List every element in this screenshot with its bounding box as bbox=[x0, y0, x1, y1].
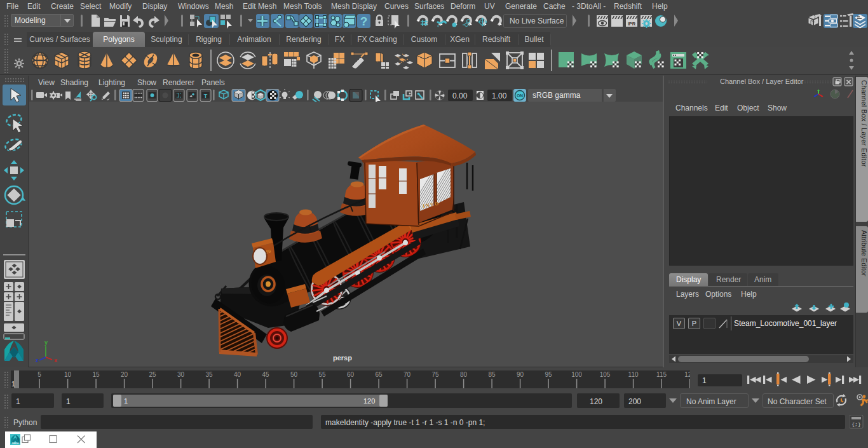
svg-text:T: T bbox=[204, 93, 208, 99]
svg-text:85: 85 bbox=[489, 371, 496, 378]
svg-text:35: 35 bbox=[206, 371, 214, 378]
svg-text:5: 5 bbox=[37, 371, 41, 378]
svg-text:100: 100 bbox=[571, 371, 582, 378]
svg-text:{;}: {;} bbox=[851, 421, 860, 427]
svg-text:ON: ON bbox=[517, 93, 523, 98]
svg-text:50: 50 bbox=[290, 371, 298, 378]
svg-text:40: 40 bbox=[234, 371, 241, 378]
svg-text:25: 25 bbox=[149, 371, 157, 378]
svg-text:1: 1 bbox=[11, 381, 15, 388]
svg-text:30: 30 bbox=[177, 371, 185, 378]
svg-text:65: 65 bbox=[376, 371, 383, 378]
svg-text:90: 90 bbox=[517, 371, 524, 378]
svg-text:IPR: IPR bbox=[628, 21, 636, 27]
svg-text:120: 120 bbox=[684, 371, 690, 378]
svg-text:60: 60 bbox=[347, 371, 355, 378]
svg-text:95: 95 bbox=[545, 371, 553, 378]
svg-text:15: 15 bbox=[93, 371, 100, 378]
svg-text:70: 70 bbox=[403, 371, 411, 378]
svg-text:75: 75 bbox=[432, 371, 440, 378]
svg-text:110: 110 bbox=[628, 371, 639, 378]
svg-text:45: 45 bbox=[262, 371, 270, 378]
svg-text:55: 55 bbox=[319, 371, 327, 378]
svg-text:105: 105 bbox=[600, 371, 611, 378]
svg-text:80: 80 bbox=[460, 371, 468, 378]
svg-text:MAYA: MAYA bbox=[12, 442, 19, 445]
svg-text:10: 10 bbox=[64, 371, 72, 378]
svg-text:115: 115 bbox=[656, 371, 667, 378]
svg-text:20: 20 bbox=[121, 371, 128, 378]
